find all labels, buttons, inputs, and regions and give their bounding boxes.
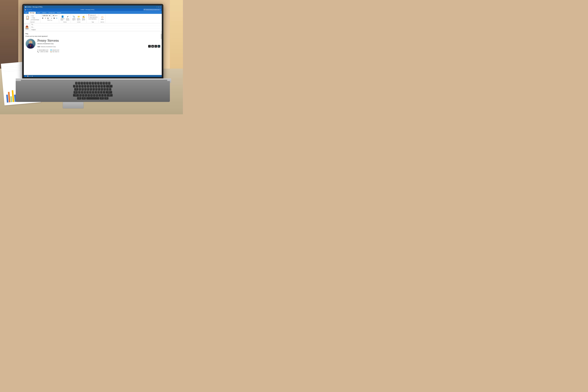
key-t[interactable]: T [90, 88, 92, 90]
key-f12[interactable]: F12 [108, 82, 110, 84]
minimize-btn[interactable]: ─ [156, 6, 157, 8]
scrollbar[interactable] [161, 31, 162, 75]
key-s[interactable]: S [81, 91, 83, 94]
tab-options[interactable]: Options [41, 12, 47, 14]
trackpad[interactable] [63, 102, 84, 108]
to-input[interactable] [36, 24, 161, 25]
tab-format-text[interactable]: Format Text [48, 12, 56, 14]
attach-item-button[interactable]: 📁 AttachItem ▼ [76, 15, 81, 21]
tab-insert[interactable]: Insert [36, 12, 41, 14]
redo-quick-btn[interactable]: ↪ [28, 9, 30, 10]
attach-file-button[interactable]: 📎 AttachFile ▼ [72, 15, 76, 21]
font-size-select[interactable]: 11 [51, 14, 54, 17]
key-semi[interactable]: ; [103, 91, 105, 94]
subject-input[interactable] [36, 29, 161, 30]
key-e[interactable]: E [84, 88, 87, 90]
key-alt-r[interactable]: alt [100, 97, 104, 100]
key-space[interactable] [86, 97, 99, 100]
key-f10[interactable]: F10 [102, 82, 105, 84]
key-z[interactable]: Z [79, 94, 82, 96]
qa-dropdown[interactable]: ▼ [30, 9, 32, 10]
key-o[interactable]: O [101, 88, 103, 90]
key-f9[interactable]: F9 [100, 82, 102, 84]
save-quick-btn[interactable]: 💾 [24, 9, 26, 10]
key-tilde[interactable]: ~ [73, 85, 76, 88]
key-l[interactable]: L [100, 91, 102, 94]
key-4[interactable]: 4 [84, 85, 86, 88]
key-ctrl-l[interactable]: ctrl [77, 97, 81, 100]
key-1[interactable]: 1 [76, 85, 78, 88]
cut-button[interactable]: ✂ Cut [30, 15, 40, 17]
undo-quick-btn[interactable]: ↩ [27, 9, 28, 10]
facebook-icon[interactable]: f [148, 45, 151, 48]
key-f7[interactable]: F7 [94, 82, 97, 84]
key-alt-l[interactable]: alt [82, 97, 86, 100]
key-2[interactable]: 2 [78, 85, 81, 88]
key-p[interactable]: P [104, 88, 106, 90]
key-f8[interactable]: F8 [97, 82, 100, 84]
key-enter[interactable]: enter [106, 91, 112, 94]
key-a[interactable]: A [78, 91, 80, 94]
send-button[interactable]: 📤 Send [24, 23, 30, 31]
key-backspace[interactable]: ⌫ [106, 85, 112, 88]
italic-button[interactable]: I [44, 17, 46, 19]
low-importance-button[interactable]: ↓ Low Importance [88, 18, 97, 20]
high-importance-button[interactable]: ❗ High Importance [88, 16, 98, 18]
key-f5[interactable]: F5 [89, 82, 91, 84]
maximize-btn[interactable]: □ [158, 6, 159, 8]
key-f3[interactable]: F3 [83, 82, 86, 84]
key-f11[interactable]: F11 [105, 82, 108, 84]
key-tab[interactable]: tab [74, 88, 78, 90]
bold-button[interactable]: B [42, 17, 44, 19]
key-f2[interactable]: F2 [80, 82, 83, 84]
key-0[interactable]: 0 [100, 85, 103, 88]
key-bracket-l[interactable]: [ [106, 88, 108, 90]
collapse-btn[interactable]: ◀ [32, 76, 32, 77]
paste-button[interactable]: 📋 Paste [25, 16, 30, 20]
twitter-icon[interactable]: 🐦 [158, 45, 160, 48]
tab-message[interactable]: Message [28, 12, 36, 14]
tell-me-bar[interactable]: 🔍 Tell me what you want to do... [143, 9, 161, 10]
font-family-select[interactable]: Calibri (Bo [42, 14, 51, 17]
key-esc[interactable]: esc [75, 82, 78, 84]
signature-button[interactable]: ✍ Signa-ture ▼ [82, 15, 86, 21]
copy-button[interactable]: 📄 Copy [30, 17, 40, 19]
key-5[interactable]: 5 [87, 85, 89, 88]
office-add-ins-button[interactable]: ⬡ Office [100, 16, 104, 20]
key-d[interactable]: D [84, 91, 86, 94]
key-g[interactable]: G [89, 91, 92, 94]
key-y[interactable]: Y [92, 88, 95, 90]
key-3[interactable]: 3 [81, 85, 84, 88]
key-8[interactable]: 8 [95, 85, 97, 88]
align-center-btn[interactable]: ≣ [53, 17, 55, 19]
key-period[interactable]: . [101, 94, 104, 96]
check-names-button[interactable]: ✔ CheckNames [66, 15, 70, 21]
tab-file[interactable]: File [24, 12, 28, 14]
close-btn[interactable]: ✕ [160, 6, 161, 8]
key-v[interactable]: V [88, 94, 90, 96]
key-f6[interactable]: F6 [92, 82, 94, 84]
key-comma[interactable]: , [98, 94, 101, 96]
email-body[interactable]: Hey, Check out my new email signature! [24, 31, 162, 75]
key-q[interactable]: Q [79, 88, 81, 90]
key-b[interactable]: B [90, 94, 93, 96]
key-x[interactable]: X [82, 94, 84, 96]
shrink-font-btn[interactable]: A↓ [56, 15, 58, 16]
cc-input[interactable] [36, 26, 161, 28]
key-shift-r[interactable]: shift [107, 94, 113, 96]
key-f4[interactable]: F4 [86, 82, 88, 84]
format-painter-button[interactable]: 🖌 Format Painter [30, 19, 40, 21]
key-6[interactable]: 6 [90, 85, 92, 88]
key-m[interactable]: M [96, 94, 98, 96]
tab-review[interactable]: Review [56, 12, 62, 14]
scroll-thumb[interactable] [161, 34, 162, 39]
key-f1[interactable]: F1 [78, 82, 80, 84]
key-r[interactable]: R [87, 88, 90, 90]
key-i[interactable]: I [98, 88, 100, 90]
key-f[interactable]: F [86, 91, 89, 94]
key-bracket-r[interactable]: ] [109, 88, 111, 90]
linkedin-icon[interactable]: in [154, 45, 157, 48]
key-shift-l[interactable]: shift [73, 94, 79, 96]
key-k[interactable]: K [97, 91, 100, 94]
key-minus[interactable]: - [103, 85, 106, 88]
